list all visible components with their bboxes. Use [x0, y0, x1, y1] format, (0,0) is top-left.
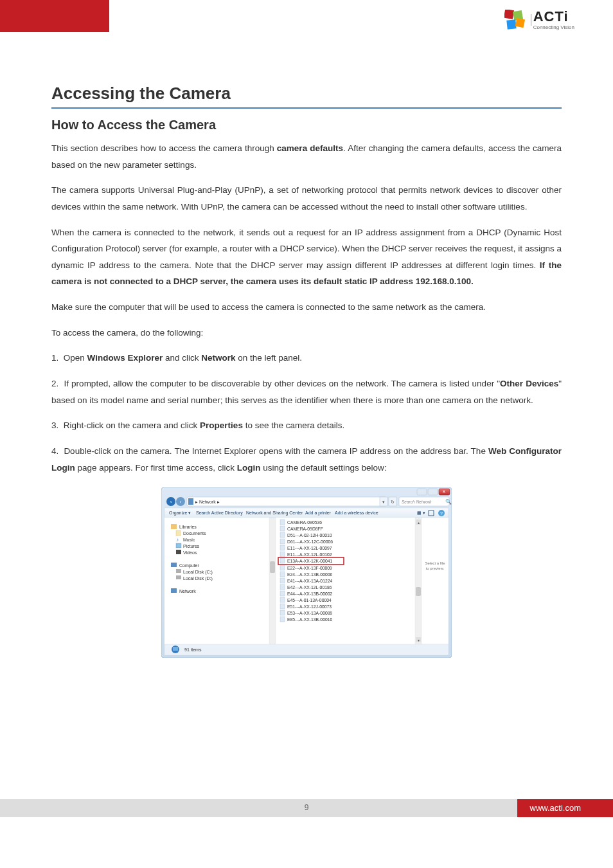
svg-rect-52 — [280, 565, 285, 570]
intro-paragraph-3: When the camera is connected to the netw… — [51, 224, 562, 291]
svg-rect-62 — [280, 597, 285, 602]
svg-rect-0 — [504, 10, 514, 19]
svg-text:›: › — [180, 499, 182, 505]
svg-text:Select a file: Select a file — [425, 561, 445, 565]
svg-text:Search Network: Search Network — [402, 500, 432, 504]
svg-text:Computer: Computer — [179, 563, 199, 568]
add-wireless-button[interactable]: Add a wireless device — [335, 511, 378, 515]
device-item[interactable]: D51---A-02-12H-00010 — [280, 532, 332, 538]
device-item[interactable]: E51---A-XX-12J-00073 — [280, 604, 332, 609]
svg-text:D51---A-02-12H-00010: D51---A-02-12H-00010 — [287, 533, 332, 538]
svg-text:Libraries: Libraries — [179, 525, 197, 529]
minimize-button[interactable] — [417, 489, 427, 495]
svg-rect-56 — [280, 578, 285, 583]
svg-rect-66 — [280, 610, 285, 615]
device-item[interactable]: E41---A-XX-13A-01224 — [280, 578, 332, 583]
nav-scrollbar[interactable] — [269, 518, 276, 644]
maximize-button[interactable] — [428, 489, 438, 495]
svg-rect-50 — [280, 558, 285, 563]
svg-text:D61---A-XX-12C-00006: D61---A-XX-12C-00006 — [287, 539, 333, 544]
preview-pane — [422, 518, 449, 644]
nav-libraries[interactable]: Libraries — [171, 524, 197, 529]
intro-paragraph-4: Make sure the computer that will be used… — [51, 299, 562, 316]
search-icon: 🔍 — [445, 498, 452, 505]
svg-text:to preview.: to preview. — [426, 566, 445, 570]
svg-rect-31 — [176, 569, 181, 573]
device-item[interactable]: E42---A-XX-12L-00186 — [280, 584, 332, 590]
intro-paragraph-2: The camera supports Universal Plug-and-P… — [51, 182, 562, 215]
svg-text:?: ? — [440, 511, 443, 516]
svg-text:Pictures: Pictures — [183, 544, 200, 548]
page-footer: 9 www.acti.com — [0, 799, 613, 817]
svg-rect-48 — [280, 552, 285, 557]
svg-rect-21 — [176, 530, 181, 536]
breadcrumb: ▸ Network ▸ — [195, 500, 220, 504]
svg-text:▾: ▾ — [382, 500, 385, 504]
steps-intro: To access the camera, do the following: — [51, 325, 562, 341]
svg-rect-25 — [176, 543, 181, 548]
svg-rect-19 — [171, 524, 177, 529]
device-item[interactable]: E24---A-XX-13B-00006 — [280, 572, 332, 577]
search-ad-button[interactable]: Search Active Directory — [196, 511, 243, 516]
nsc-button[interactable]: Network and Sharing Center — [246, 511, 303, 516]
svg-text:Videos: Videos — [183, 550, 197, 555]
svg-rect-77 — [164, 644, 449, 655]
device-item[interactable]: E22---A-XX-13F-00009 — [280, 565, 332, 570]
svg-text:CAMERA-090536: CAMERA-090536 — [287, 520, 322, 525]
device-item[interactable]: CAMERA-09D8FF — [280, 526, 323, 531]
svg-text:✕: ✕ — [442, 489, 446, 494]
svg-rect-79 — [173, 647, 178, 651]
view-menu[interactable]: ▦ ▾ — [417, 511, 425, 515]
status-text: 91 items — [184, 647, 202, 652]
svg-text:↻: ↻ — [391, 500, 395, 504]
svg-text:Music: Music — [183, 538, 195, 542]
page-number: 9 — [305, 803, 309, 812]
step-4: 4. Double-click on the camera. The Inter… — [51, 443, 562, 476]
svg-rect-68 — [280, 617, 285, 622]
device-item[interactable]: E45---A-01-13A-00004 — [280, 597, 332, 602]
svg-text:‹: ‹ — [170, 499, 172, 505]
svg-rect-29 — [171, 563, 177, 567]
device-item-highlighted[interactable]: E13A-A-XX-12K-00041 — [280, 558, 332, 563]
status-icon — [172, 646, 179, 653]
step-2: 2. If prompted, allow the computer to be… — [51, 375, 562, 408]
section-heading: How to Access the Camera — [51, 118, 562, 132]
svg-text:E11---A-XX-12L-00097: E11---A-XX-12L-00097 — [287, 546, 332, 550]
svg-text:E51---A-XX-12J-00073: E51---A-XX-12J-00073 — [287, 604, 332, 609]
svg-rect-58 — [280, 584, 285, 590]
svg-rect-60 — [280, 591, 285, 596]
nav-pictures[interactable]: Pictures — [176, 543, 200, 548]
device-item[interactable]: E11---A-XX-12L-00097 — [280, 545, 332, 550]
add-printer-button[interactable]: Add a printer — [305, 511, 332, 516]
title-underline — [51, 107, 562, 109]
svg-text:CAMERA-09D8FF: CAMERA-09D8FF — [287, 527, 323, 531]
svg-text:E13A-A-XX-12K-00041: E13A-A-XX-12K-00041 — [287, 559, 332, 563]
nav-documents[interactable]: Documents — [176, 530, 206, 536]
svg-text:▾: ▾ — [418, 638, 420, 642]
svg-rect-2 — [506, 19, 516, 29]
brand-logo: ACTi Connecting Vision — [504, 10, 574, 30]
svg-text:E45---A-01-13A-00004: E45---A-01-13A-00004 — [287, 598, 332, 602]
page-title: Accessing the Camera — [51, 84, 562, 104]
device-item[interactable]: E11---A-XX-12L-00102 — [280, 552, 332, 557]
svg-rect-35 — [171, 588, 177, 593]
svg-rect-54 — [280, 572, 285, 577]
device-item[interactable]: E44---A-XX-13B-00002 — [280, 591, 332, 596]
brand-name: ACTi — [533, 10, 574, 24]
nav-videos[interactable]: Videos — [176, 550, 197, 555]
svg-text:E85---A-XX-13B-00010: E85---A-XX-13B-00010 — [287, 617, 332, 622]
nav-network[interactable]: Network — [171, 588, 196, 593]
svg-text:♪: ♪ — [176, 537, 179, 543]
svg-text:Local Disk (C:): Local Disk (C:) — [183, 570, 213, 575]
organize-menu[interactable]: Organize ▾ — [169, 511, 191, 516]
device-item[interactable]: E53---A-XX-13A-00089 — [280, 610, 332, 615]
svg-rect-46 — [280, 545, 285, 550]
explorer-screenshot: ✕ ‹ › ▸ Network ▸ ▾ ↻ Search Network 🔍 O… — [161, 487, 452, 658]
svg-rect-38 — [280, 520, 285, 525]
device-item[interactable]: E85---A-XX-13B-00010 — [280, 617, 332, 622]
svg-text:Documents: Documents — [183, 531, 206, 536]
device-item[interactable]: D61---A-XX-12C-00006 — [280, 539, 333, 544]
acti-logo-icon — [504, 10, 525, 30]
svg-rect-72 — [416, 587, 421, 596]
content-scrollbar[interactable] — [415, 518, 422, 644]
